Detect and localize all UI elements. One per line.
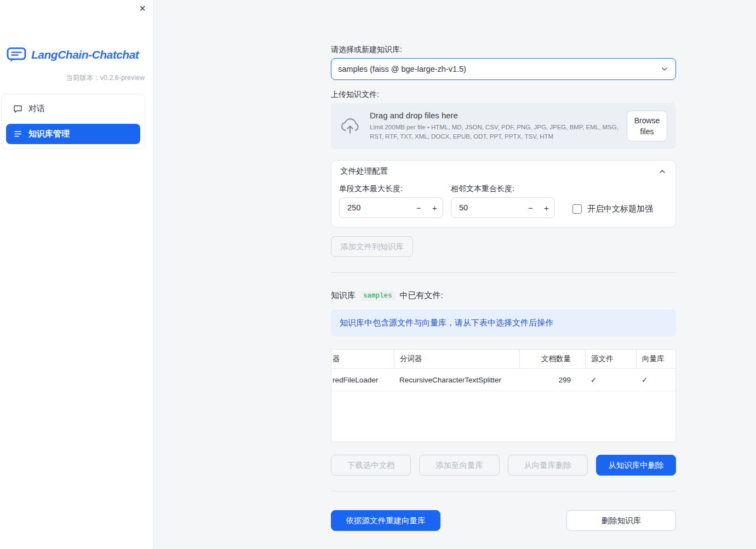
overlap-value: 50 (459, 203, 523, 212)
file-config-expander: 文件处理配置 单段文本最大长度: 250 − + 相邻文本重合长度: (331, 160, 676, 227)
sidebar-item-dialogue[interactable]: 对话 (6, 99, 140, 119)
max-length-label: 单段文本最大长度: (339, 184, 443, 194)
kb-files-prefix: 知识库 (331, 290, 356, 301)
sidebar: × LangChain-Chatchat 当前版本：v0.2.6-preview… (0, 0, 153, 549)
cell-vector-check: ✓ (636, 369, 675, 391)
app-title: LangChain-Chatchat (31, 48, 139, 61)
divider (331, 272, 676, 273)
increment-button[interactable]: + (539, 198, 554, 218)
divider (331, 491, 676, 491)
zh-title-enhance-checkbox[interactable]: 开启中文标题加强 (572, 204, 653, 214)
expander-title: 文件处理配置 (340, 166, 388, 176)
kb-files-table[interactable]: 器 分词器 文档数量 源文件 向量库 redFileLoader Recursi… (331, 349, 676, 442)
cell-source-check: ✓ (585, 369, 636, 391)
kb-files-heading: 知识库 samples 中已有文件: (331, 290, 676, 301)
kb-select[interactable]: samples (faiss @ bge-large-zh-v1.5) (331, 58, 676, 80)
sidebar-menu: 对话 知识库管理 (1, 94, 145, 149)
max-length-value: 250 (347, 203, 411, 212)
version-text: 当前版本：v0.2.6-preview (0, 73, 145, 83)
list-icon (13, 129, 22, 139)
delete-kb-button[interactable]: 删除知识库 (566, 510, 676, 531)
col-vector-header: 向量库 (636, 350, 675, 368)
table-header-row: 器 分词器 文档数量 源文件 向量库 (331, 350, 675, 369)
kb-select-label: 请选择或新建知识库: (331, 45, 676, 55)
cell-loader: redFileLoader (331, 369, 394, 391)
checkbox-label: 开启中文标题加强 (587, 204, 653, 214)
decrement-button[interactable]: − (411, 198, 427, 218)
sidebar-item-label: 知识库管理 (28, 129, 70, 139)
uploader-text: Drag and drop files here Limit 200MB per… (370, 111, 627, 141)
col-loader-header: 器 (331, 350, 394, 368)
upload-limit-text: Limit 200MB per file • HTML, MD, JSON, C… (370, 123, 627, 141)
table-actions: 下载选中文档 添加至向量库 从向量库删除 从知识库中删除 (331, 455, 676, 476)
col-splitter-header: 分词器 (394, 350, 519, 368)
sidebar-close-button[interactable]: × (139, 3, 146, 14)
sidebar-item-kb-management[interactable]: 知识库管理 (6, 124, 140, 144)
kb-name-code: samples (360, 291, 396, 301)
chevron-down-icon (660, 65, 669, 73)
overlap-input[interactable]: 50 − + (451, 197, 555, 218)
max-length-input[interactable]: 250 − + (339, 197, 443, 218)
col-count-header: 文档数量 (519, 350, 585, 368)
chevron-up-icon (658, 167, 667, 176)
decrement-button[interactable]: − (523, 198, 539, 218)
delete-from-vector-store-button[interactable]: 从向量库删除 (508, 455, 588, 476)
main-area: 请选择或新建知识库: samples (faiss @ bge-large-zh… (153, 0, 756, 531)
browse-files-button[interactable]: Browse files (627, 111, 667, 141)
kb-files-suffix: 中已有文件: (400, 290, 443, 301)
overlap-label: 相邻文本重合长度: (451, 184, 555, 194)
add-to-vector-store-button[interactable]: 添加至向量库 (419, 455, 499, 476)
cell-splitter: RecursiveCharacterTextSplitter (394, 369, 519, 391)
add-files-to-kb-button[interactable]: 添加文件到知识库 (331, 236, 413, 257)
checkbox-box (572, 204, 582, 214)
upload-cloud-icon (340, 117, 360, 135)
app-logo: LangChain-Chatchat (7, 47, 153, 62)
table-row[interactable]: redFileLoader RecursiveCharacterTextSpli… (331, 369, 675, 391)
info-alert: 知识库中包含源文件与向量库，请从下表中选择文件后操作 (331, 310, 676, 336)
drop-text: Drag and drop files here (370, 111, 627, 120)
download-selected-button[interactable]: 下载选中文档 (331, 455, 411, 476)
logo-chat-icon (7, 47, 26, 62)
increment-button[interactable]: + (427, 198, 443, 218)
cell-count: 299 (519, 369, 585, 391)
chat-bubble-icon (13, 104, 22, 113)
delete-from-kb-button[interactable]: 从知识库中删除 (596, 455, 676, 476)
bottom-actions: 依据源文件重建向量库 删除知识库 (331, 510, 676, 531)
kb-select-value: samples (faiss @ bge-large-zh-v1.5) (338, 65, 466, 73)
col-source-header: 源文件 (585, 350, 636, 368)
file-config-expander-header[interactable]: 文件处理配置 (331, 161, 675, 181)
sidebar-item-label: 对话 (28, 104, 45, 114)
file-uploader-dropzone[interactable]: Drag and drop files here Limit 200MB per… (331, 103, 676, 149)
upload-label: 上传知识文件: (331, 90, 676, 100)
rebuild-vector-store-button[interactable]: 依据源文件重建向量库 (331, 510, 440, 531)
